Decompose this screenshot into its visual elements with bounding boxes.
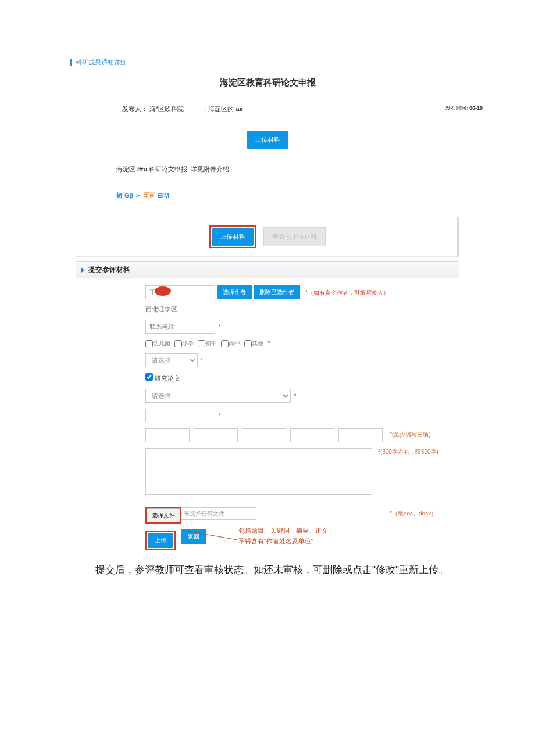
required-star-2: * (201, 357, 203, 364)
publish-time-value: 06-18 (469, 105, 483, 111)
upload-material-button-2[interactable]: 上传材料 (212, 228, 254, 246)
attachment-link-line: 短 Gβ ＞ 蛋画 EIM (116, 191, 518, 200)
section-header: 提交参评材料 (76, 261, 459, 278)
instruction-paragraph: 提交后，参评教师可查看审核状态。如还未审核，可删除或点击"修改"重新上传。 (76, 558, 483, 582)
grade-primary-check[interactable] (174, 340, 182, 347)
file-name-display: 未选择任何文件 (181, 507, 256, 520)
publish-time-label: 发石时间: (445, 105, 468, 111)
keyword-hint: *(至少填写三项) (390, 431, 431, 439)
abstract-textarea[interactable] (145, 448, 372, 495)
grade-kindergarten-check[interactable] (145, 340, 153, 347)
grade-junior-check[interactable] (198, 340, 205, 347)
file-highlight-outline: 选择文件 (145, 507, 181, 524)
grade-required: * (268, 339, 270, 346)
grade-senior-label: 高中 (229, 340, 240, 346)
intro-b: Iftu (137, 166, 147, 173)
link-e: EIM (158, 192, 170, 199)
keywords-row: *(至少填写三项) (145, 428, 459, 442)
link-c: ＞ (135, 192, 141, 199)
select-1[interactable]: 请选择 (145, 353, 198, 367)
callout-note: 包括题目、关键词、摘要、正文； 不得含有"作者姓名及单位" (238, 526, 334, 546)
grade-senior-check[interactable] (221, 340, 229, 347)
select-author-button[interactable]: 选择作者 (217, 285, 252, 299)
intro-line: 海淀区 Iftu 科研论文申报. 详见附件介绍 (116, 165, 518, 174)
upload-button-box: 上传材料 查看已上传材料 (76, 217, 459, 257)
breadcrumb: 科研成果通知详细 (70, 58, 518, 67)
upload-button[interactable]: 上传 (148, 533, 173, 548)
intro-a: 海淀区 (116, 166, 137, 173)
scope-bold: aк (236, 105, 242, 112)
keyword-input-5[interactable] (338, 428, 383, 442)
link-d: 蛋画 (143, 192, 158, 199)
highlight-outline: 上传材料 (209, 225, 256, 248)
keyword-input-1[interactable] (145, 428, 190, 442)
grade-checkboxes: 幼儿园 小学 初中 高中 其他 * (145, 339, 459, 347)
grade-other-check[interactable] (244, 340, 252, 347)
submit-row: 上传 返回 包括题目、关键词、摘要、正文； 不得含有"作者姓名及单位" (145, 529, 459, 550)
intro-c: 科研论文申报. 详见附件介绍 (149, 166, 229, 173)
callout-line-2: 不得含有"作者姓名及单位" (238, 536, 334, 547)
link-a: 短 (116, 192, 124, 199)
abstract-hint: *(300字左右，限500字) (378, 448, 438, 456)
paper-type-label: 研究论文 (155, 375, 180, 382)
callout-line-1: 包括题目、关键词、摘要、正文； (238, 526, 334, 536)
keyword-input-2[interactable] (194, 428, 238, 442)
publisher-value: 海*区欣科院 (149, 105, 184, 112)
file-hint: *（限doc、docx） (390, 510, 437, 518)
page-title: 海淀区教育科研论文申报 (17, 77, 518, 88)
required-star: * (218, 323, 220, 330)
file-row: 选择文件 未选择任何文件 *（限doc、docx） (145, 507, 459, 524)
grade-other-label: 其他 (252, 340, 263, 346)
publisher-label: 发布人： (122, 105, 148, 112)
select-2[interactable]: 请选择 (145, 389, 291, 403)
phone-input[interactable] (145, 320, 215, 334)
submission-form: 选择作者 删除已选作者 （如有多个作者，可填写多人） 西北旺学区 * 幼儿园 小… (145, 285, 459, 550)
delete-author-button[interactable]: 删除已选作者 (254, 285, 300, 299)
required-star-4: * (218, 412, 220, 419)
required-star-3: * (294, 392, 296, 399)
keyword-input-4[interactable] (290, 428, 334, 442)
grade-junior-label: 初中 (205, 340, 217, 346)
keyword-input-3[interactable] (242, 428, 286, 442)
section-title: 提交参评材料 (88, 266, 130, 274)
choose-file-button[interactable]: 选择文件 (147, 508, 180, 522)
district-text: 西北旺学区 (145, 305, 459, 314)
multi-author-note: （如有多个作者，可填写多人） (305, 289, 389, 296)
crumb-bar-icon (70, 59, 72, 66)
view-uploaded-button[interactable]: 查看已上传材料 (263, 227, 326, 246)
scope-prefix: ：海淀区的 (202, 105, 236, 112)
grade-kindergarten-label: 幼儿园 (153, 340, 170, 346)
submit-highlight-outline: 上传 (145, 531, 176, 550)
meta-row: 发布人： 海*区欣科院 ：海淀区的 aк 发石时间: 06-18 (122, 105, 518, 113)
upload-material-button[interactable]: 上传材料 (247, 131, 288, 149)
paper-type-check[interactable] (145, 373, 153, 381)
grade-primary-label: 小学 (182, 340, 194, 346)
breadcrumb-text: 科研成果通知详细 (76, 59, 127, 66)
author-row: 选择作者 删除已选作者 （如有多个作者，可填写多人） (145, 285, 459, 299)
link-b: Gβ (124, 192, 133, 199)
caret-icon (81, 267, 84, 273)
title-input[interactable] (145, 409, 215, 422)
